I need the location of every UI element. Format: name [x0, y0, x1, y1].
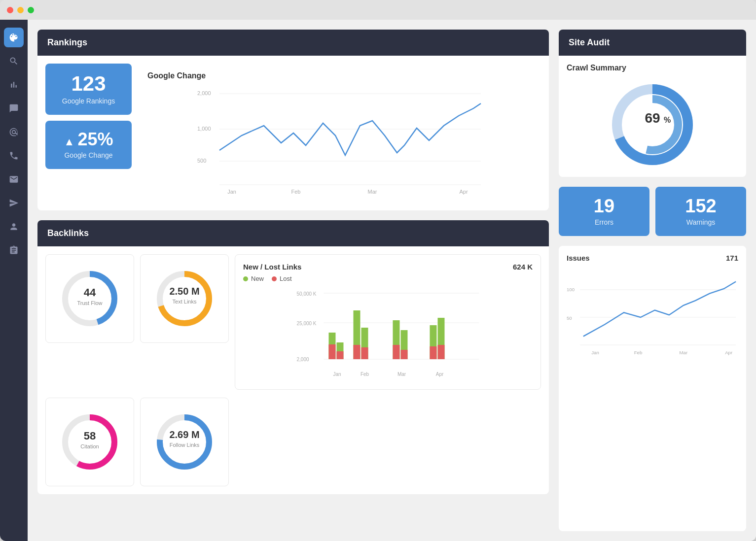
bar-apr-lost-1 — [430, 346, 437, 359]
citation-card: 58 Citation — [45, 398, 134, 486]
minimize-button[interactable] — [17, 7, 24, 13]
bar-chart-header: New / Lost Links 624 K — [243, 263, 533, 271]
google-change-box: ▲ 25% Google Change — [45, 121, 132, 169]
citation-donut: 58 Citation — [58, 410, 122, 474]
sidebar-item-send[interactable] — [4, 193, 24, 213]
close-button[interactable] — [7, 7, 13, 13]
legend-lost: Lost — [272, 275, 292, 282]
crawl-donut-svg: 69 % — [608, 80, 697, 169]
bar-x-mar: Mar — [397, 372, 406, 377]
site-audit-header: Site Audit — [559, 30, 746, 56]
left-column: Rankings 123 Google Rankings ▲ 25% — [37, 30, 549, 531]
issues-card: Issues 171 100 50 Jan — [559, 246, 746, 531]
right-column: Site Audit Crawl Summary — [559, 30, 746, 531]
rankings-header: Rankings — [37, 30, 549, 56]
google-change-chart: Google Change 2,000 1,000 500 — [140, 64, 541, 203]
follow-links-num: 2.69 M — [169, 429, 199, 440]
bar-x-jan: Jan — [333, 372, 341, 377]
rankings-section: Rankings 123 Google Rankings ▲ 25% — [37, 30, 549, 210]
y-label-1000: 1,000 — [197, 126, 211, 132]
line-chart-svg: 2,000 1,000 500 — [147, 86, 533, 195]
issues-y-100: 100 — [567, 287, 575, 292]
metric-boxes: 19 Errors 152 Warnings — [559, 187, 746, 236]
errors-box: 19 Errors — [559, 187, 649, 236]
sidebar-item-mentions[interactable] — [4, 122, 24, 142]
trust-flow-label: Trust Flow — [77, 300, 103, 306]
legend-new-label: New — [251, 275, 264, 282]
bar-mar-lost-2 — [401, 350, 408, 359]
warnings-label: Warnings — [661, 218, 740, 226]
bar-mar-lost-1 — [393, 345, 400, 359]
text-links-card: 2.50 M Text Links — [140, 254, 229, 343]
errors-value: 19 — [565, 197, 644, 215]
sidebar — [0, 20, 28, 541]
crawl-title: Crawl Summary — [567, 64, 738, 72]
trust-flow-donut: 44 Trust Flow — [58, 267, 122, 331]
bar-feb-lost-1 — [354, 345, 360, 359]
bar-chart-title: New / Lost Links — [243, 263, 301, 271]
main-content: Rankings 123 Google Rankings ▲ 25% — [28, 20, 756, 541]
issues-x-mar: Mar — [680, 350, 688, 355]
legend-new: New — [243, 275, 264, 282]
legend-lost-dot — [272, 276, 277, 281]
app-body: Rankings 123 Google Rankings ▲ 25% — [0, 20, 756, 541]
legend-new-dot — [243, 276, 248, 281]
rankings-title: Rankings — [47, 37, 87, 47]
sidebar-item-analytics[interactable] — [4, 75, 24, 95]
legend-lost-label: Lost — [280, 275, 292, 282]
text-links-label: Text Links — [173, 299, 197, 304]
google-rankings-box: 123 Google Rankings — [45, 64, 132, 115]
bar-x-apr: Apr — [436, 372, 444, 377]
site-audit-body: Crawl Summary 69 % — [559, 56, 746, 177]
bar-chart-total: 624 K — [513, 263, 533, 271]
crawl-percent-sign: % — [664, 116, 671, 124]
site-audit-section: Site Audit Crawl Summary — [559, 30, 746, 177]
x-label-mar: Mar — [368, 189, 377, 195]
google-rankings-label: Google Rankings — [59, 97, 118, 105]
sidebar-item-messages[interactable] — [4, 99, 24, 118]
bar-feb-lost-2 — [361, 347, 368, 359]
citation-label: Citation — [80, 443, 99, 449]
issues-x-apr: Apr — [725, 350, 733, 355]
rankings-body: 123 Google Rankings ▲ 25% Google Change — [37, 56, 549, 210]
chart-title: Google Change — [147, 71, 533, 80]
maximize-button[interactable] — [28, 7, 34, 13]
warnings-value: 152 — [661, 197, 740, 215]
backlinks-title: Backlinks — [47, 228, 89, 238]
sidebar-item-palette[interactable] — [4, 28, 24, 47]
bar-x-feb: Feb — [360, 372, 369, 377]
trust-flow-num: 44 — [84, 286, 96, 299]
titlebar — [0, 0, 756, 20]
bar-apr-lost-2 — [438, 345, 445, 359]
app-window: Rankings 123 Google Rankings ▲ 25% — [0, 0, 756, 541]
google-change-label: Google Change — [59, 151, 118, 159]
x-label-apr: Apr — [459, 189, 468, 195]
text-links-donut: 2.50 M Text Links — [152, 267, 216, 331]
sidebar-item-tasks[interactable] — [4, 240, 24, 260]
sidebar-item-user[interactable] — [4, 217, 24, 237]
google-rankings-value: 123 — [59, 73, 118, 94]
new-lost-links-card: New / Lost Links 624 K New Lo — [235, 254, 541, 390]
backlinks-body: 44 Trust Flow 2.50 M Text Links — [37, 246, 549, 398]
sidebar-item-phone[interactable] — [4, 146, 24, 166]
bar-chart-legend: New Lost — [243, 275, 533, 282]
issues-count: 171 — [726, 254, 738, 262]
sidebar-item-mail[interactable] — [4, 169, 24, 189]
text-links-num: 2.50 M — [169, 286, 199, 297]
backlinks-row2: 58 Citation 2.69 M Follow Links — [37, 398, 549, 494]
follow-links-label: Follow Links — [170, 442, 200, 448]
bar-y-2k: 2,000 — [297, 357, 309, 362]
sidebar-item-search[interactable] — [4, 51, 24, 71]
x-label-feb: Feb — [291, 189, 301, 195]
bar-y-50k: 50,000 K — [297, 291, 317, 297]
y-label-2000: 2,000 — [197, 90, 211, 96]
google-change-value: ▲ 25% — [59, 131, 118, 148]
issues-chart-svg: 100 50 Jan Feb Mar Apr — [567, 268, 738, 367]
issues-header: Issues 171 — [567, 254, 738, 262]
x-label-jan: Jan — [227, 189, 236, 195]
backlinks-section: Backlinks 44 Trust Flow — [37, 220, 549, 494]
follow-links-card: 2.69 M Follow Links — [140, 398, 229, 486]
trust-flow-card: 44 Trust Flow — [45, 254, 134, 343]
bar-jan-lost-2 — [337, 351, 344, 359]
crawl-donut-center: 69 % — [567, 80, 738, 169]
